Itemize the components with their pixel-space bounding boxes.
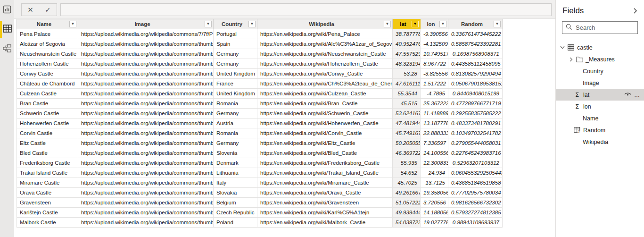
cell-wikipedia[interactable]: https://en.wikipedia.org/wiki/Malbork_Ca… [257,218,393,228]
cell-lat[interactable]: 38.787778 [393,29,421,39]
cell-wikipedia[interactable]: https://en.wikipedia.org/wiki/Karl%C5%A1… [257,208,393,218]
cell-wikipedia[interactable]: https://en.wikipedia.org/wiki/Hohenwerfe… [257,118,393,128]
cell-name[interactable]: Orava Castle [17,188,78,198]
cell-wikipedia[interactable]: https://en.wikipedia.org/wiki/Bran_Castl… [257,99,393,109]
cell-country[interactable]: Germany [214,49,257,59]
cell-random[interactable]: 0.52963207103312 [448,158,503,168]
cell-country[interactable]: Romania [214,99,257,109]
cell-image[interactable]: https://upload.wikimedia.org/wikipedia/c… [78,138,214,148]
cell-country[interactable]: Germany [214,109,257,118]
cell-image[interactable]: https://upload.wikimedia.org/wikipedia/c… [78,99,214,109]
cell-name[interactable]: Frederiksborg Castle [17,158,78,168]
cell-country[interactable]: Denmark [214,158,257,168]
column-header-wikipedia[interactable]: Wikipedia ▼ [257,19,393,29]
model-view-button[interactable] [0,43,14,55]
cell-lon[interactable]: 1.517222 [421,79,448,89]
cell-country[interactable]: Belgium [214,198,257,208]
cell-random[interactable]: 0.279055444058031 [448,138,503,148]
report-view-button[interactable] [0,5,14,16]
cell-image[interactable]: https://upload.wikimedia.org/wikipedia/c… [78,198,214,208]
cell-country[interactable]: Germany [214,138,257,148]
cell-lat[interactable]: 55.3544 [393,89,421,99]
cell-name[interactable]: Hohenzollern Castle [17,59,78,69]
cell-wikipedia[interactable]: https://en.wikipedia.org/wiki/Neuschwans… [257,49,393,59]
cell-random[interactable]: 0.0506790189538151 [448,79,503,89]
cell-country[interactable]: United Kingdom [214,89,257,99]
field-item-name[interactable]: Name [556,112,644,124]
cell-wikipedia[interactable]: https://en.wikipedia.org/wiki/Frederiksb… [257,158,393,168]
cell-lat[interactable]: 40.952476 [393,39,421,49]
cell-random[interactable]: 0.483373481780291 [448,118,503,128]
cell-name[interactable]: Pena Palace [17,29,78,39]
cell-country[interactable]: United Kingdom [214,69,257,79]
cell-country[interactable]: Austria [214,118,257,128]
filter-dropdown-icon[interactable]: ▼ [205,21,212,27]
column-header-name[interactable]: Name ▼ [17,19,78,29]
cell-wikipedia[interactable]: https://en.wikipedia.org/wiki/Culzean_Ca… [257,89,393,99]
cell-image[interactable]: https://upload.wikimedia.org/wikipedia/c… [78,29,214,39]
chevron-down-icon[interactable] [560,46,565,49]
cell-random[interactable]: 0.0604553292505443 [448,168,503,178]
cell-name[interactable]: Trakai Island Castle [17,168,78,178]
cell-country[interactable]: Germany [214,59,257,69]
cancel-button[interactable]: ✕ [25,5,36,14]
filter-dropdown-icon[interactable]: ▼ [494,21,501,27]
cell-lat[interactable]: 47.616111 [393,79,421,89]
cell-country[interactable]: France [214,79,257,89]
filter-dropdown-icon[interactable]: ▼ [384,21,391,27]
field-item-image[interactable]: Image [556,77,644,89]
cell-lon[interactable]: 14.100556 [421,148,448,158]
filter-dropdown-icon[interactable]: ▼ [439,21,446,27]
cell-lon[interactable]: -9.390556 [421,29,448,39]
cell-random[interactable]: 0.585875423392281 [448,39,503,49]
cell-lon[interactable]: 13.187778 [421,118,448,128]
cell-random[interactable]: 0.227645243983716 [448,148,503,158]
field-item-random[interactable]: Σ Random [556,124,644,136]
filter-dropdown-icon[interactable]: ▼ [248,21,256,27]
cell-country[interactable]: Poland [214,218,257,228]
cell-random[interactable]: 0.813082579290494 [448,69,503,79]
cell-random[interactable]: 0.777029575780034 [448,188,503,198]
cell-image[interactable]: https://upload.wikimedia.org/wikipedia/c… [78,39,214,49]
column-header-random[interactable]: Random ▼ [448,19,503,29]
cell-random[interactable]: 0.436851846519858 [448,178,503,188]
cell-lat[interactable]: 54.039722 [393,218,421,228]
cell-wikipedia[interactable]: https://en.wikipedia.org/wiki/Schwerin_C… [257,109,393,118]
cell-image[interactable]: https://upload.wikimedia.org/wikipedia/c… [78,69,214,79]
cell-lat[interactable]: 54.652 [393,168,421,178]
cell-image[interactable]: https://upload.wikimedia.org/wikipedia/c… [78,59,214,69]
cell-image[interactable]: https://upload.wikimedia.org/wikipedia/c… [78,128,214,138]
cell-country[interactable]: Spain [214,39,257,49]
cell-lon[interactable]: 12.300833 [421,158,448,168]
cell-wikipedia[interactable]: https://en.wikipedia.org/wiki/Miramare_C… [257,178,393,188]
cell-random[interactable]: 0.84409408015199 [448,89,503,99]
cell-country[interactable]: Slovenia [214,148,257,158]
cell-random[interactable]: 0.443585112458095 [448,59,503,69]
cell-country[interactable]: Czech Republic [214,208,257,218]
cell-image[interactable]: https://upload.wikimedia.org/wikipedia/c… [78,168,214,178]
cell-lat[interactable]: 53.624167 [393,109,421,118]
cell-name[interactable]: Château de Chambord [17,79,78,89]
cell-lon[interactable]: 14.188056 [421,208,448,218]
filter-dropdown-icon[interactable]: ▼ [69,21,76,27]
cell-lat[interactable]: 51.057222 [393,198,421,208]
cell-wikipedia[interactable]: https://en.wikipedia.org/wiki/Corvin_Cas… [257,128,393,138]
cell-name[interactable]: Malbork Castle [17,218,78,228]
collapse-pane-chevron-icon[interactable] [633,8,637,14]
cell-image[interactable]: https://upload.wikimedia.org/wikipedia/c… [78,158,214,168]
cell-lon[interactable]: 11.418889 [421,109,448,118]
cell-lat[interactable]: 49.939444 [393,208,421,218]
cell-lon[interactable]: 8.967722 [421,59,448,69]
cell-name[interactable]: Bran Castle [17,99,78,109]
cell-name[interactable]: Eltz Castle [17,138,78,148]
cell-name[interactable]: Gravensteen [17,198,78,208]
more-options-icon[interactable]: … [634,92,640,98]
cell-wikipedia[interactable]: https://en.wikipedia.org/wiki/Trakai_Isl… [257,168,393,178]
cell-name[interactable]: Corvin Castle [17,128,78,138]
cell-lat[interactable]: 47.557529 [393,49,421,59]
cell-random[interactable]: 0.981626566732302 [448,198,503,208]
cell-country[interactable]: Lithuania [214,168,257,178]
cell-wikipedia[interactable]: https://en.wikipedia.org/wiki/Orava_Cast… [257,188,393,198]
cell-random[interactable]: 0.292558357585222 [448,109,503,118]
cell-name[interactable]: Culzean Castle [17,89,78,99]
